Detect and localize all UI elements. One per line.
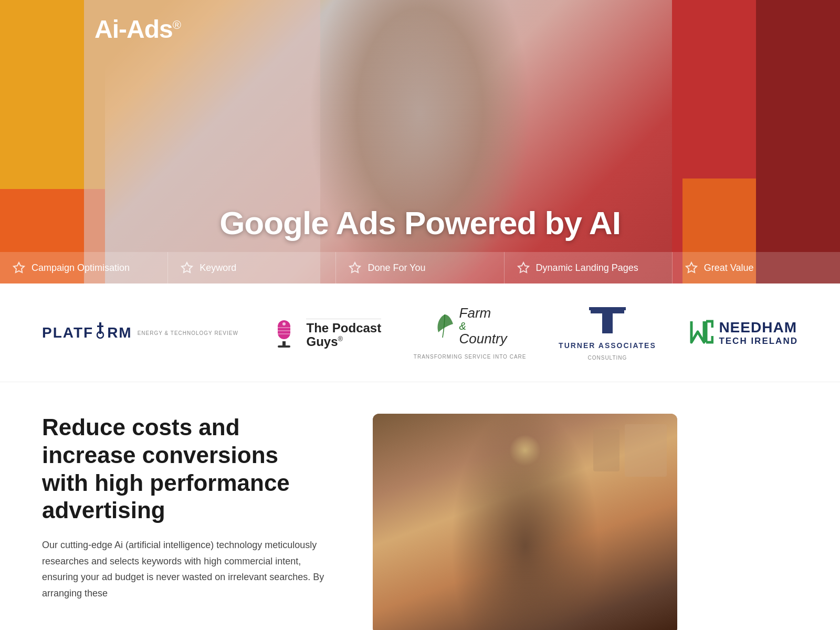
- svg-point-15: [282, 322, 286, 326]
- site-logo: Ai-Ads®: [94, 15, 181, 44]
- farm-logo-row: Farm & Country: [433, 306, 507, 346]
- needham-name: NEEDHAM: [719, 319, 798, 336]
- farm-leaf-icon: [433, 312, 456, 340]
- farm-tagline: TRANSFORMING SERVICE INTO CARE: [414, 354, 527, 360]
- platform-tower: [94, 322, 106, 343]
- shelf-item-1: [625, 424, 667, 477]
- nav-tab-value-label: Great Value: [704, 262, 754, 274]
- nav-tab-keyword-label: Keyword: [200, 262, 236, 274]
- needham-brackets-icon: [688, 318, 713, 348]
- platform-orm: RM: [107, 324, 132, 341]
- svg-marker-4: [686, 262, 697, 272]
- svg-marker-0: [14, 262, 24, 272]
- hero-content: Google Ads Powered by AI: [0, 204, 840, 242]
- client-logos-section: PLATF RM ENERGY & TECHNOLOGY REVIEW: [0, 284, 840, 382]
- turner-name: TURNER ASSOCIATES: [559, 341, 656, 350]
- lower-title: Reduce costs and increase conversions wi…: [42, 414, 331, 524]
- feature-nav: Campaign Optimisation Keyword Done For Y…: [0, 252, 840, 284]
- farm-name: Farm: [459, 306, 507, 321]
- lower-description: Our cutting-edge Ai (artificial intellig…: [42, 537, 331, 601]
- lower-person-silhouette: [433, 414, 617, 630]
- svg-rect-10: [278, 345, 290, 348]
- needham-tech-ire: TECH IRELAND: [719, 336, 798, 346]
- needham-brackets-svg: [688, 318, 713, 345]
- nav-tab-keyword[interactable]: Keyword: [168, 252, 336, 284]
- podcast-mic-icon: [270, 316, 298, 350]
- farm-and: &: [459, 321, 507, 331]
- podcast-name-guys: Guys®: [306, 335, 381, 349]
- platform-logo: PLATF RM ENERGY & TECHNOLOGY REVIEW: [42, 322, 238, 343]
- svg-marker-2: [350, 262, 360, 272]
- nav-tab-done-label: Done For You: [368, 262, 425, 274]
- star-icon-keyword: [181, 261, 193, 274]
- farm-text: Farm & Country: [459, 306, 507, 346]
- nav-tab-dynamic-label: Dynamic Landing Pages: [536, 262, 638, 274]
- lower-content-section: Reduce costs and increase conversions wi…: [0, 382, 840, 630]
- lower-text-block: Reduce costs and increase conversions wi…: [42, 414, 331, 602]
- nav-tab-done-for-you[interactable]: Done For You: [336, 252, 504, 284]
- podcast-guys-logo: The Podcast Guys®: [270, 316, 381, 350]
- star-icon-value: [685, 261, 698, 274]
- platform-name: PLATF: [42, 324, 93, 341]
- star-icon-dynamic: [517, 261, 530, 274]
- svg-rect-18: [589, 307, 593, 310]
- star-icon-done: [349, 261, 361, 274]
- nav-tab-campaign-label: Campaign Optimisation: [32, 262, 130, 274]
- turner-associates-logo: TURNER ASSOCIATES CONSULTING: [559, 304, 656, 361]
- podcast-text-block: The Podcast Guys®: [306, 317, 381, 349]
- svg-rect-8: [99, 332, 101, 334]
- needham-text-block: NEEDHAM TECH IRELAND: [719, 319, 798, 346]
- turner-t-svg: [586, 304, 628, 336]
- logo-registered: ®: [173, 18, 181, 32]
- turner-t-mark: [586, 304, 628, 336]
- country-name: Country: [459, 331, 507, 346]
- needham-tech-logo: NEEDHAM TECH IRELAND: [688, 318, 798, 348]
- farm-country-logo: Farm & Country TRANSFORMING SERVICE INTO…: [414, 306, 527, 359]
- hero-title: Google Ads Powered by AI: [0, 204, 840, 242]
- turner-consulting: CONSULTING: [588, 355, 627, 361]
- svg-rect-17: [602, 307, 613, 333]
- nav-tab-campaign[interactable]: Campaign Optimisation: [0, 252, 168, 284]
- logo-name: Ai-Ads: [94, 15, 173, 43]
- hero-section: Ai-Ads® Google Ads Powered by AI Campaig…: [0, 0, 840, 284]
- lower-person-image: [373, 414, 677, 630]
- microphone-svg: [270, 316, 298, 350]
- platform-tagline: ENERGY & TECHNOLOGY REVIEW: [138, 330, 238, 336]
- svg-marker-3: [518, 262, 529, 272]
- podcast-separator-line: [306, 317, 381, 319]
- logo-text: Ai-Ads®: [94, 15, 181, 43]
- podcast-name-the: The Podcast: [306, 321, 381, 335]
- svg-rect-19: [622, 307, 626, 310]
- svg-rect-6: [97, 326, 103, 327]
- svg-marker-1: [182, 262, 192, 272]
- nav-tab-value[interactable]: Great Value: [673, 252, 840, 284]
- platform-logo-text: PLATF RM: [42, 322, 132, 343]
- nav-tab-dynamic[interactable]: Dynamic Landing Pages: [505, 252, 673, 284]
- star-icon-campaign: [13, 261, 25, 274]
